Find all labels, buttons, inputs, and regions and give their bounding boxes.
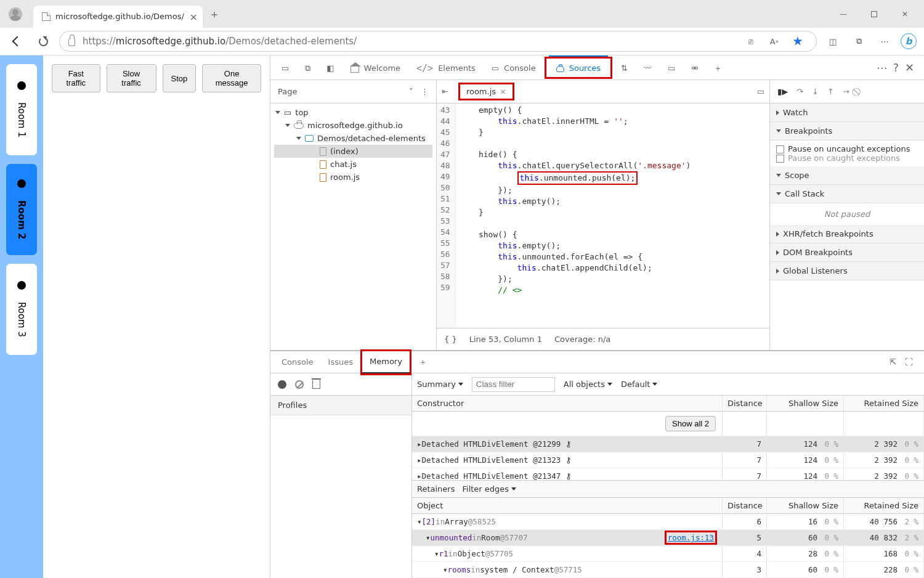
step-into-icon[interactable]: ↓ xyxy=(812,87,819,96)
tab-title: microsoftedge.github.io/Demos/ xyxy=(55,12,184,21)
dom-bp-section[interactable]: DOM Breakpoints xyxy=(770,243,924,262)
window-minimize[interactable]: — xyxy=(829,4,857,24)
retainer-row[interactable]: ▾r1 in Object @57705 4 280 % 1680 % xyxy=(412,546,924,562)
bing-button[interactable]: b xyxy=(901,33,917,49)
room-3[interactable]: Room 3 xyxy=(6,264,37,355)
window-close[interactable]: ✕ xyxy=(891,4,919,24)
col-constructor[interactable]: Constructor xyxy=(412,396,723,411)
profiles-header: Profiles xyxy=(270,396,411,415)
default-dropdown[interactable]: Default xyxy=(621,380,658,389)
tab-console[interactable]: ▭Console xyxy=(484,55,543,80)
col-distance[interactable]: Distance xyxy=(723,396,767,411)
more-icon[interactable]: ⋯ xyxy=(875,31,894,51)
more-tabs[interactable]: ＋ xyxy=(707,55,729,80)
step-over-icon[interactable]: ↷ xyxy=(796,87,803,96)
tab-sources[interactable]: Sources xyxy=(549,55,608,80)
reader-icon[interactable]: A» xyxy=(764,31,784,51)
xhr-section[interactable]: XHR/fetch Breakpoints xyxy=(770,225,924,243)
resume-icon[interactable]: ▮▶ xyxy=(777,87,788,96)
devtools-help-icon[interactable]: ? xyxy=(893,62,899,74)
col-retained[interactable]: Retained Size xyxy=(844,396,924,411)
split-screen-icon[interactable]: ◫ xyxy=(823,31,843,51)
filter-edges-dropdown[interactable]: Filter edges xyxy=(462,484,516,494)
slow-traffic-button[interactable]: Slow traffic xyxy=(107,64,156,92)
summary-dropdown[interactable]: Summary xyxy=(417,380,463,389)
global-listeners-section[interactable]: Global Listeners xyxy=(770,262,924,280)
scope-section[interactable]: Scope xyxy=(770,166,924,185)
more-file-tabs-icon[interactable]: ▭ xyxy=(757,87,764,96)
col-ret-shallow[interactable]: Shallow Size xyxy=(767,498,844,513)
tab-close-icon[interactable]: × xyxy=(189,10,197,22)
class-filter-input[interactable] xyxy=(472,377,555,392)
drawer-tab-console[interactable]: Console xyxy=(274,351,321,373)
step-icon[interactable]: → xyxy=(843,87,849,96)
col-object[interactable]: Object xyxy=(412,498,723,513)
shopping-icon[interactable]: ⎚ xyxy=(741,31,761,51)
drawer-tab-issues[interactable]: Issues xyxy=(321,351,360,373)
refresh-button[interactable] xyxy=(33,31,53,51)
stop-button[interactable]: Stop xyxy=(163,64,197,92)
callstack-section[interactable]: Call Stack xyxy=(770,185,924,203)
watch-section[interactable]: Watch xyxy=(770,104,924,122)
file-tab-room[interactable]: room.js× xyxy=(458,83,514,100)
page-pane-header[interactable]: Page xyxy=(278,87,297,96)
tree-file-room[interactable]: room.js xyxy=(330,173,360,182)
devtools-more-icon[interactable]: ⋯ xyxy=(877,62,887,74)
room-1[interactable]: Room 1 xyxy=(6,64,37,155)
window-maximize[interactable] xyxy=(860,4,888,24)
table-row[interactable]: ▸Detached HTMLDivElement @21299 ⚷ 7 1240… xyxy=(412,436,924,452)
tab-performance-icon[interactable]: 〰 xyxy=(636,55,659,80)
col-shallow[interactable]: Shallow Size xyxy=(767,396,844,411)
profile-avatar[interactable] xyxy=(9,7,22,21)
tree-domain[interactable]: microsoftedge.github.io xyxy=(307,121,403,130)
tab-network-icon[interactable]: ⇅ xyxy=(614,55,635,80)
col-ret-distance[interactable]: Distance xyxy=(723,498,767,513)
breakpoints-section[interactable]: Breakpoints xyxy=(770,122,924,140)
tab-welcome[interactable]: Welcome xyxy=(343,55,408,80)
devtools: ▭ ⧉ ◧ Welcome </>Elements ▭Console Sourc… xyxy=(270,55,924,578)
fast-traffic-button[interactable]: Fast traffic xyxy=(52,64,100,92)
pause-uncaught-label[interactable]: Pause on uncaught exceptions xyxy=(788,144,910,153)
table-row[interactable]: ▸Detached HTMLDivElement @21323 ⚷ 7 1240… xyxy=(412,452,924,468)
retainer-row[interactable]: ▾rooms in system / Context @57715 3 600 … xyxy=(412,562,924,578)
table-row[interactable]: ▸Detached HTMLDivElement @21347 ⚷ 7 1240… xyxy=(412,468,924,480)
back-button[interactable] xyxy=(7,31,27,51)
browser-tab[interactable]: microsoftedge.github.io/Demos/ × xyxy=(33,6,203,28)
toggle-navigator-icon[interactable]: ⇤ xyxy=(442,87,448,96)
tab-detached-icon[interactable]: ⚮ xyxy=(684,55,705,80)
line-gutter: 4344454647484950515253545556575859 xyxy=(437,104,456,328)
room-2[interactable]: Room 2 xyxy=(6,164,37,255)
drawer-dock-icon[interactable]: ⇱ xyxy=(890,357,896,367)
tree-file-index[interactable]: (index) xyxy=(330,147,359,156)
new-tab-button[interactable]: ＋ xyxy=(209,7,220,22)
url-host: microsoftedge.github.io xyxy=(116,36,225,47)
url-input[interactable]: https://microsoftedge.github.io/Demos/de… xyxy=(59,31,817,52)
one-message-button[interactable]: One message xyxy=(202,64,261,92)
step-out-icon[interactable]: ↑ xyxy=(827,87,834,96)
dock-icon[interactable]: ◧ xyxy=(319,55,341,80)
delete-icon[interactable] xyxy=(312,380,320,389)
tab-application-icon[interactable]: ▭ xyxy=(660,55,683,80)
tree-top[interactable]: top xyxy=(295,108,308,117)
favorites-icon[interactable] xyxy=(788,31,808,51)
retainer-row[interactable]: ▾unmounted in Room @57707room.js:13 5 60… xyxy=(412,530,924,546)
all-objects-dropdown[interactable]: All objects xyxy=(564,380,612,389)
drawer-tab-memory[interactable]: Memory xyxy=(362,351,410,373)
device-toolbar-icon[interactable]: ⧉ xyxy=(298,55,318,80)
devtools-close-icon[interactable]: ✕ xyxy=(905,61,914,74)
collections-icon[interactable]: ⧉ xyxy=(849,31,869,51)
code-text[interactable]: empty() { this.chatEl.innerHTML = ''; } … xyxy=(456,104,695,328)
inspect-element-icon[interactable]: ▭ xyxy=(274,55,296,80)
clear-icon[interactable] xyxy=(295,380,304,389)
debugger-sidebar: ▮▶ ↷ ↓ ↑ → ⃠ Watch Breakpoints Pause on … xyxy=(770,80,924,350)
tree-folder[interactable]: Demos/detached-elements xyxy=(317,134,426,143)
drawer-more-tabs[interactable]: ＋ xyxy=(411,351,434,373)
show-all-button[interactable]: Show all 2 xyxy=(665,416,716,431)
retainer-row[interactable]: ▾[2] in Array @58525 6 160 % 40 7562 % xyxy=(412,514,924,530)
record-icon[interactable] xyxy=(278,380,286,389)
col-ret-retained[interactable]: Retained Size xyxy=(844,498,924,513)
tree-file-chat[interactable]: chat.js xyxy=(330,160,357,169)
tab-elements[interactable]: </>Elements xyxy=(409,55,483,80)
devtools-drawer: Console Issues Memory ＋ ⇱ ⛶ Profiles xyxy=(270,350,924,578)
drawer-expand-icon[interactable]: ⛶ xyxy=(905,357,913,367)
